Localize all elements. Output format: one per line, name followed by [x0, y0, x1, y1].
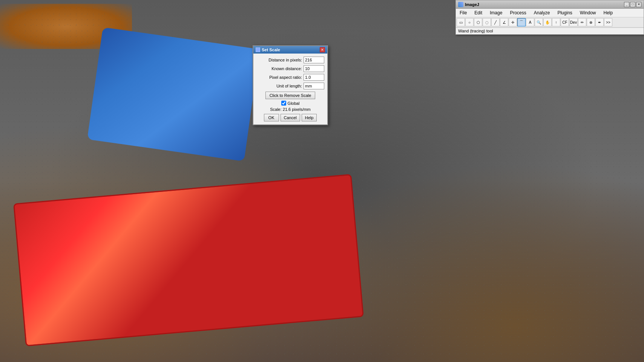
- dialog-title: Set Scale: [256, 48, 280, 52]
- imagej-title: ImageJ: [458, 2, 479, 7]
- imagej-statusbar: Wand (tracing) tool: [456, 28, 644, 34]
- global-checkbox-label: Global: [288, 101, 300, 106]
- dialog-titlebar: Set Scale ✕: [253, 46, 327, 54]
- tool-paintbrush[interactable]: ✏: [578, 18, 586, 26]
- help-button[interactable]: Help: [302, 114, 317, 121]
- tool-angle[interactable]: ∠: [500, 18, 508, 26]
- bait-bag-blue: [87, 27, 260, 161]
- distance-pixels-label: Distance in pixels:: [256, 58, 302, 62]
- imagej-status-text: Wand (tracing) tool: [458, 29, 493, 33]
- pixel-aspect-label: Pixel aspect ratio:: [256, 75, 302, 80]
- tool-line[interactable]: ╱: [491, 18, 500, 26]
- dialog-close-btn[interactable]: ✕: [320, 47, 325, 52]
- tool-zoom[interactable]: 🔍: [535, 18, 543, 26]
- click-to-remove-scale-button[interactable]: Click to Remove Scale: [265, 92, 316, 99]
- imagej-title-label: ImageJ: [465, 2, 479, 7]
- tool-scroll[interactable]: ✋: [543, 18, 552, 26]
- tool-flood[interactable]: ⊕: [587, 18, 595, 26]
- imagej-close-btn[interactable]: ✕: [636, 2, 641, 7]
- imagej-minimize-btn[interactable]: _: [624, 2, 629, 7]
- scale-info-text: Scale: 21.6 pixels/mm: [256, 107, 324, 112]
- distance-pixels-row: Distance in pixels:: [256, 57, 324, 63]
- imagej-titlebar: ImageJ _ □ ✕: [456, 0, 644, 9]
- bait-bag-red: [13, 174, 364, 347]
- tool-polygon[interactable]: ⬠: [474, 18, 482, 26]
- tool-rectangle[interactable]: ▭: [457, 18, 465, 26]
- tool-text[interactable]: A: [526, 18, 534, 26]
- tool-arrow[interactable]: ↑: [552, 18, 560, 26]
- menu-image[interactable]: Image: [488, 9, 504, 16]
- tool-dev[interactable]: Dev: [569, 18, 578, 26]
- menu-process[interactable]: Process: [508, 9, 528, 16]
- action-buttons-row: OK Cancel Help: [256, 114, 324, 121]
- tool-point[interactable]: ✛: [509, 18, 517, 26]
- tool-oval[interactable]: ○: [465, 18, 474, 26]
- distance-pixels-input[interactable]: [304, 57, 324, 63]
- imagej-app-icon: [458, 2, 463, 7]
- unit-length-input[interactable]: [304, 83, 324, 89]
- dialog-app-icon: [256, 48, 260, 52]
- ok-button[interactable]: OK: [264, 114, 279, 121]
- menu-plugins[interactable]: Plugins: [555, 9, 574, 16]
- dialog-body: Distance in pixels: Known distance: Pixe…: [253, 54, 327, 124]
- dialog-title-label: Set Scale: [262, 48, 280, 52]
- global-checkbox-row: Global: [256, 101, 324, 106]
- imagej-window: ImageJ _ □ ✕ File Edit Image Process Ana…: [455, 0, 644, 35]
- imagej-toolbar: ▭ ○ ⬠ ◌ ╱ ∠ ✛ ⌒ A 🔍 ✋ ↑ CF Dev ✏ ⊕ ✒ >>: [456, 17, 644, 28]
- tool-freehand[interactable]: ◌: [483, 18, 491, 26]
- tool-cf[interactable]: CF: [561, 18, 569, 26]
- menu-edit[interactable]: Edit: [472, 9, 485, 16]
- known-distance-row: Known distance:: [256, 65, 324, 72]
- imagej-win-controls: _ □ ✕: [624, 2, 641, 7]
- menu-window[interactable]: Window: [578, 9, 598, 16]
- tool-more[interactable]: >>: [604, 18, 612, 26]
- tool-eyedropper[interactable]: ✒: [595, 18, 604, 26]
- global-checkbox[interactable]: [281, 101, 286, 106]
- unit-length-label: Unit of length:: [256, 84, 302, 88]
- pixel-aspect-input[interactable]: [304, 74, 324, 81]
- set-scale-dialog: Set Scale ✕ Distance in pixels: Known di…: [253, 45, 328, 125]
- menu-analyze[interactable]: Analyze: [532, 9, 552, 16]
- cancel-button[interactable]: Cancel: [281, 114, 300, 121]
- pixel-aspect-row: Pixel aspect ratio:: [256, 74, 324, 81]
- menu-file[interactable]: File: [457, 9, 469, 16]
- remove-scale-btn-row: Click to Remove Scale: [256, 92, 324, 99]
- unit-length-row: Unit of length:: [256, 83, 324, 89]
- imagej-restore-btn[interactable]: □: [630, 2, 635, 7]
- known-distance-label: Known distance:: [256, 66, 302, 71]
- known-distance-input[interactable]: [304, 65, 324, 72]
- menu-help[interactable]: Help: [601, 9, 615, 16]
- tool-wand[interactable]: ⌒: [517, 18, 526, 26]
- imagej-menubar: File Edit Image Process Analyze Plugins …: [456, 9, 644, 17]
